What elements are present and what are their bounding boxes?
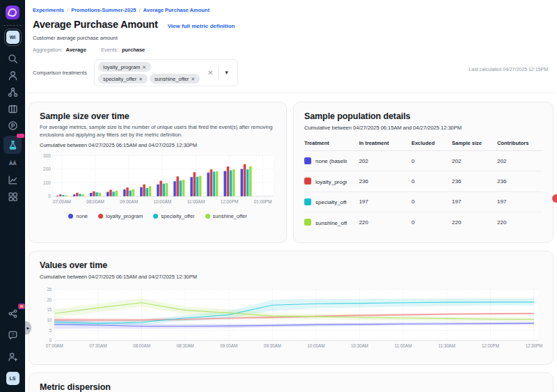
events-label: Events: xyxy=(101,47,118,53)
svg-text:12:00PM: 12:00PM xyxy=(482,343,499,348)
values-cumulative: Cumulative between 04/27/2025 06:15AM an… xyxy=(40,274,542,280)
last-calculated: Last calculated 04/27/2025 12:15PM xyxy=(469,67,548,72)
sample-size-cumulative: Cumulative between 04/27/2025 06:15AM an… xyxy=(40,142,276,148)
main-content: Experiments/Promotions-Summer-2025/Avera… xyxy=(25,0,557,392)
legend-item-none: none xyxy=(68,213,88,219)
sidebar-item-autotune[interactable]: ÂÂ xyxy=(3,155,22,171)
feedback-tab[interactable] xyxy=(552,194,557,203)
svg-text:10:30AM: 10:30AM xyxy=(351,343,368,348)
aggregation-value: Average xyxy=(66,47,86,53)
legend-dot xyxy=(205,214,210,219)
values-chart: 051015202507:00AM07:30AM08:00AM08:30AM09… xyxy=(40,283,542,361)
chevron-down-icon[interactable]: ▼ xyxy=(219,70,234,76)
autotune-icon: ÂÂ xyxy=(9,160,17,166)
breadcrumb-experiments[interactable]: Experiments xyxy=(33,7,64,13)
bottom-workspace-badge[interactable]: LS xyxy=(6,372,19,385)
sidebar-item-invite[interactable] xyxy=(3,349,22,365)
breadcrumb-metric[interactable]: Average Purchase Amount xyxy=(143,7,210,13)
sample-size-card: Sample size over time For average metric… xyxy=(29,102,287,243)
svg-text:07:30AM: 07:30AM xyxy=(89,343,107,348)
person-plus-icon xyxy=(8,352,18,362)
sidebar-item-layers[interactable] xyxy=(3,101,22,117)
sidebar-item-insights[interactable] xyxy=(3,172,22,188)
chart-legend: none loyalty_program specialty_offer sun… xyxy=(40,213,276,219)
sidebar-divider xyxy=(3,25,22,26)
population-table: Treatment In treatment Excluded Sample s… xyxy=(304,136,542,233)
comparison-label: Comparison treatments xyxy=(33,70,94,76)
table-row: sunshine_offer 220 0 220 220 xyxy=(304,212,542,233)
app-root: WI xyxy=(0,0,557,392)
treatment-swatch xyxy=(304,178,311,185)
dispersion-card: Metric dispersion Cumulative between 04/… xyxy=(29,373,554,392)
chip-specialty-offer[interactable]: specialty_offer✕ xyxy=(98,74,148,84)
legend-item-loyalty: loyalty_program xyxy=(98,213,143,219)
nodes-icon xyxy=(8,87,18,97)
chip-remove-icon[interactable]: ✕ xyxy=(142,65,146,70)
svg-text:10: 10 xyxy=(47,317,52,322)
svg-text:01:00PM: 01:00PM xyxy=(254,199,272,204)
chat-bubble-icon: ? xyxy=(8,330,18,340)
table-row: specialty_offer 197 0 197 197 xyxy=(304,191,542,212)
chip-loyalty-program[interactable]: loyalty_program✕ xyxy=(98,62,151,72)
select-clear-icon[interactable]: ✕ xyxy=(203,69,218,77)
grid-icon xyxy=(8,191,18,202)
pulse-icon xyxy=(8,120,18,131)
svg-text:09:00AM: 09:00AM xyxy=(120,199,138,204)
app-logo-icon[interactable] xyxy=(6,6,19,19)
dispersion-title: Metric dispersion xyxy=(40,382,542,392)
svg-text:300: 300 xyxy=(43,153,51,158)
sample-size-title: Sample size over time xyxy=(40,111,276,121)
breadcrumb-experiment[interactable]: Promotions-Summer-2025 xyxy=(71,7,136,13)
treatment-chips: loyalty_program✕ specialty_offer✕ sunshi… xyxy=(98,62,203,84)
treatment-swatch xyxy=(304,157,311,164)
svg-text:09:00AM: 09:00AM xyxy=(220,343,237,348)
values-card: Values over time Cumulative between 04/2… xyxy=(29,251,554,365)
metric-subtitle: Customer average purchase amount xyxy=(33,35,550,41)
chip-sunshine-offer[interactable]: sunshine_offer✕ xyxy=(150,74,200,84)
svg-text:?: ? xyxy=(12,333,15,337)
svg-text:07:00AM: 07:00AM xyxy=(46,343,63,348)
svg-text:10:00AM: 10:00AM xyxy=(307,343,324,348)
treatment-swatch xyxy=(304,219,311,226)
sidebar-item-search[interactable] xyxy=(3,51,22,67)
sidebar-item-gates[interactable] xyxy=(3,84,22,100)
svg-text:20: 20 xyxy=(47,297,52,302)
svg-text:08:30AM: 08:30AM xyxy=(177,343,194,348)
table-header-row: Treatment In treatment Excluded Sample s… xyxy=(304,136,542,151)
events-value: purchase xyxy=(122,47,145,53)
sidebar-item-experiments[interactable] xyxy=(3,136,22,154)
search-icon xyxy=(8,54,18,64)
sidebar-item-dashboards[interactable] xyxy=(3,189,22,205)
metric-meta: Aggregation: Average Events: purchase xyxy=(33,47,550,53)
sidebar-item-support-chat[interactable]: ? xyxy=(3,327,22,343)
svg-text:15: 15 xyxy=(47,307,52,312)
chip-remove-icon[interactable]: ✕ xyxy=(139,77,143,81)
population-card: Sample population details Cumulative bet… xyxy=(293,102,554,243)
breadcrumb-separator: / xyxy=(67,7,68,13)
breadcrumb: Experiments/Promotions-Summer-2025/Avera… xyxy=(33,7,550,13)
svg-text:200: 200 xyxy=(43,166,51,171)
comparison-row: Comparison treatments loyalty_program✕ s… xyxy=(33,59,550,86)
sidebar-item-ai-assistant[interactable]: AI xyxy=(3,306,22,322)
treatments-select[interactable]: loyalty_program✕ specialty_offer✕ sunshi… xyxy=(94,59,238,86)
chip-remove-icon[interactable]: ✕ xyxy=(191,77,195,81)
svg-text:100: 100 xyxy=(43,180,51,185)
aggregation-label: Aggregation: xyxy=(33,47,63,53)
workspace-badge[interactable]: WI xyxy=(6,31,19,44)
sidebar: WI xyxy=(0,0,25,392)
line-chart-icon xyxy=(8,175,18,185)
sidebar-item-profile[interactable] xyxy=(3,68,22,84)
svg-text:11:00AM: 11:00AM xyxy=(395,343,412,348)
new-badge xyxy=(17,134,24,138)
sidebar-item-pulse[interactable] xyxy=(3,118,22,134)
table-row: loyalty_program 236 0 236 236 xyxy=(304,171,542,191)
svg-text:5: 5 xyxy=(49,328,52,333)
page-header: Experiments/Promotions-Summer-2025/Avera… xyxy=(29,0,554,93)
flask-icon xyxy=(8,140,18,150)
svg-text:10:00AM: 10:00AM xyxy=(153,199,171,204)
svg-text:08:00AM: 08:00AM xyxy=(133,343,150,348)
sample-size-description: For average metrics, sample size is the … xyxy=(40,124,276,139)
breadcrumb-separator: / xyxy=(139,7,140,13)
legend-item-sunshine: sunshine_offer xyxy=(205,213,247,219)
view-metric-definition-link[interactable]: View full metric definition xyxy=(168,23,235,29)
